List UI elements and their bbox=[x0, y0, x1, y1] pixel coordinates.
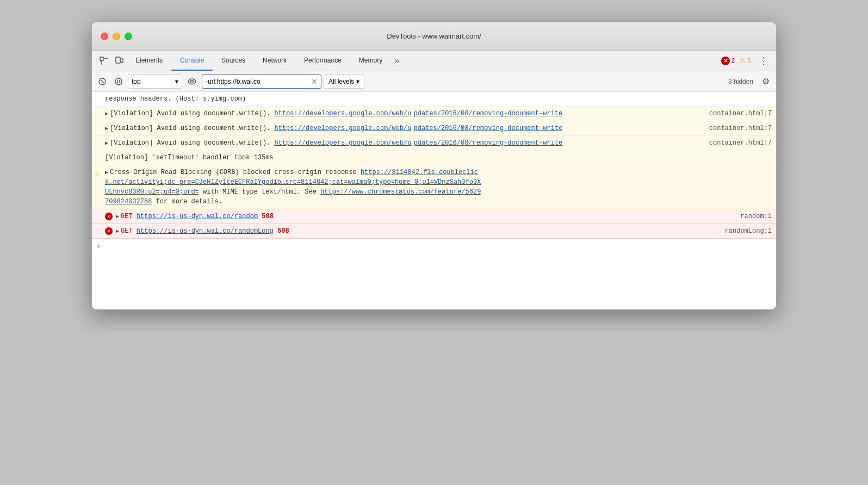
eye-button[interactable] bbox=[184, 76, 200, 87]
triangle-icon: ▶ bbox=[105, 139, 108, 147]
log-text: response headers. (Host: s.yimg.com) bbox=[105, 94, 772, 104]
level-dropdown-icon: ▾ bbox=[356, 78, 359, 85]
svg-line-4 bbox=[101, 80, 104, 83]
devtools-menu-button[interactable]: ⋮ bbox=[755, 53, 772, 69]
console-output: response headers. (Host: s.yimg.com) ▶[V… bbox=[92, 92, 776, 309]
clear-console-button[interactable] bbox=[95, 76, 109, 88]
tab-network[interactable]: Network bbox=[254, 51, 295, 71]
violation-link-line[interactable]: pdates/2016/08/removing-document-write bbox=[414, 110, 563, 117]
hidden-count: 3 hidden bbox=[728, 78, 757, 85]
error-icon: ✕ bbox=[105, 213, 113, 220]
log-ref[interactable]: random:1 bbox=[736, 212, 772, 221]
error-url-link[interactable]: https://is-us-dyn.wal.co/randomLong bbox=[137, 227, 274, 235]
warn-badge: ⚠ 5 bbox=[739, 57, 751, 65]
prompt-chevron-icon: › bbox=[96, 242, 101, 251]
tab-memory[interactable]: Memory bbox=[350, 51, 391, 71]
log-row-warning: ⚠ ▶Cross-Origin Read Blocking (CORB) blo… bbox=[92, 165, 776, 209]
window-title: DevTools - www.walmart.com/ bbox=[387, 32, 481, 40]
violation-link[interactable]: https://developers.google.com/web/u bbox=[274, 125, 411, 132]
violation-link-line[interactable]: pdates/2016/08/removing-document-write bbox=[414, 139, 563, 147]
triangle-icon: ▶ bbox=[105, 169, 108, 177]
minimize-button[interactable] bbox=[113, 33, 120, 40]
svg-rect-0 bbox=[100, 57, 103, 60]
warn-count: 5 bbox=[747, 57, 751, 65]
console-settings-button[interactable]: ⚙ bbox=[759, 74, 773, 89]
error-badge: ✕ 2 bbox=[721, 57, 735, 65]
log-row: ▶[Violation] Avoid using document.write(… bbox=[92, 121, 776, 136]
titlebar: DevTools - www.walmart.com/ bbox=[92, 22, 776, 51]
maximize-button[interactable] bbox=[125, 33, 132, 40]
triangle-icon: ▶ bbox=[116, 213, 119, 221]
context-dropdown-icon: ▾ bbox=[175, 78, 178, 85]
error-count-icon: ✕ bbox=[721, 57, 730, 65]
log-row: ▶[Violation] Avoid using document.write(… bbox=[92, 136, 776, 151]
log-text: [Violation] 'setTimeout' handler took 13… bbox=[105, 153, 772, 163]
traffic-lights bbox=[101, 33, 132, 40]
console-toolbar: top ▾ ✕ All levels ▾ 3 hidden ⚙ bbox=[92, 71, 776, 92]
triangle-icon: ▶ bbox=[116, 227, 119, 235]
devtools-window: DevTools - www.walmart.com/ Elements Con… bbox=[91, 22, 777, 310]
tab-performance[interactable]: Performance bbox=[295, 51, 350, 71]
tabs-bar: Elements Console Sources Network Perform… bbox=[92, 51, 776, 71]
context-value: top bbox=[132, 78, 141, 85]
log-ref[interactable]: container.html:7 bbox=[705, 123, 772, 133]
svg-point-8 bbox=[191, 80, 194, 83]
violation-link-line[interactable]: pdates/2016/08/removing-document-write bbox=[414, 125, 563, 132]
log-text: ▶GET https://is-us-dyn.wal.co/randomLong… bbox=[116, 226, 717, 236]
error-count: 2 bbox=[731, 57, 735, 65]
warn-count-icon: ⚠ bbox=[739, 57, 746, 65]
log-ref[interactable]: randomLong:1 bbox=[721, 226, 772, 236]
triangle-icon: ▶ bbox=[105, 125, 108, 133]
log-ref[interactable]: container.html:7 bbox=[705, 138, 772, 148]
context-selector[interactable]: top ▾ bbox=[128, 74, 182, 89]
log-row-error: ✕ ▶GET https://is-us-dyn.wal.co/random 5… bbox=[92, 209, 776, 224]
console-prompt[interactable]: › bbox=[92, 239, 776, 254]
log-ref[interactable]: container.html:7 bbox=[705, 109, 772, 119]
log-row: response headers. (Host: s.yimg.com) bbox=[92, 92, 776, 107]
log-text: ▶[Violation] Avoid using document.write(… bbox=[105, 109, 702, 119]
filter-input[interactable] bbox=[206, 78, 309, 85]
level-selector[interactable]: All levels ▾ bbox=[324, 74, 364, 89]
tab-sources[interactable]: Sources bbox=[213, 51, 254, 71]
triangle-icon: ▶ bbox=[105, 110, 108, 118]
svg-point-5 bbox=[115, 78, 122, 85]
violation-link[interactable]: https://developers.google.com/web/u bbox=[274, 110, 411, 117]
close-button[interactable] bbox=[101, 33, 108, 40]
pause-button[interactable] bbox=[111, 76, 126, 88]
filter-clear-button[interactable]: ✕ bbox=[311, 77, 318, 86]
svg-rect-2 bbox=[121, 59, 123, 63]
violation-link[interactable]: https://developers.google.com/web/u bbox=[274, 139, 411, 147]
log-row: ▶[Violation] Avoid using document.write(… bbox=[92, 107, 776, 121]
log-row: [Violation] 'setTimeout' handler took 13… bbox=[92, 151, 776, 165]
error-icon: ✕ bbox=[105, 227, 113, 235]
log-text: ▶[Violation] Avoid using document.write(… bbox=[105, 123, 702, 133]
device-icon[interactable] bbox=[111, 51, 127, 71]
tabs-right: ✕ 2 ⚠ 5 ⋮ bbox=[721, 51, 776, 71]
more-tabs-button[interactable]: » bbox=[391, 51, 402, 71]
log-row-error: ✕ ▶GET https://is-us-dyn.wal.co/randomLo… bbox=[92, 224, 776, 239]
warn-icon: ⚠ bbox=[95, 169, 100, 179]
error-url-link[interactable]: https://is-us-dyn.wal.co/random bbox=[137, 213, 258, 220]
tab-elements[interactable]: Elements bbox=[127, 51, 171, 71]
svg-rect-1 bbox=[116, 57, 120, 63]
tab-console[interactable]: Console bbox=[171, 51, 213, 71]
log-text: ▶[Violation] Avoid using document.write(… bbox=[105, 138, 702, 148]
log-text: ▶Cross-Origin Read Blocking (CORB) block… bbox=[105, 167, 772, 207]
filter-input-wrap[interactable]: ✕ bbox=[202, 74, 321, 89]
log-text: ▶GET https://is-us-dyn.wal.co/random 508 bbox=[116, 212, 733, 221]
inspect-icon[interactable] bbox=[96, 51, 111, 71]
level-value: All levels bbox=[328, 78, 354, 85]
